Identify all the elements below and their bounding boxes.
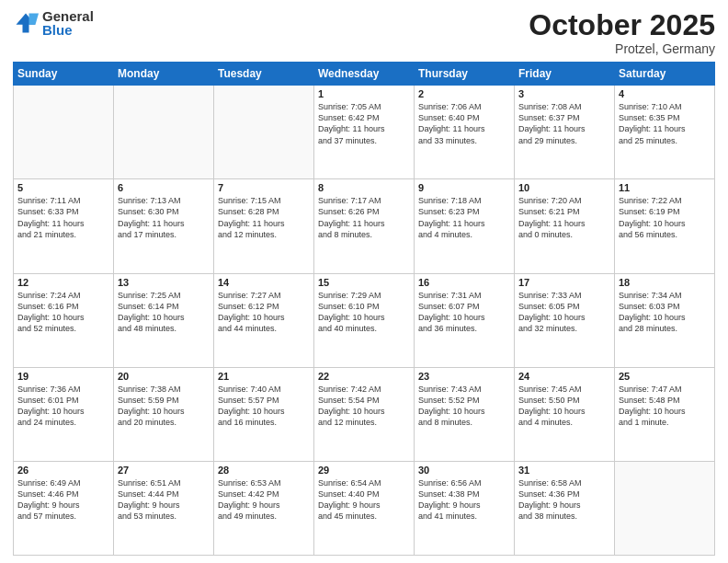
logo-blue-text: Blue [42, 23, 94, 37]
day-number: 5 [17, 182, 109, 193]
calendar-week-row: 1Sunrise: 7:05 AM Sunset: 6:42 PM Daylig… [14, 86, 715, 179]
calendar-week-row: 19Sunrise: 7:36 AM Sunset: 6:01 PM Dayli… [14, 367, 715, 461]
day-info: Sunrise: 7:33 AM Sunset: 6:05 PM Dayligh… [518, 290, 610, 335]
day-info: Sunrise: 7:17 AM Sunset: 6:26 PM Dayligh… [318, 195, 410, 240]
calendar-header-row: Sunday Monday Tuesday Wednesday Thursday… [14, 63, 715, 86]
table-row [214, 86, 314, 179]
table-row: 22Sunrise: 7:42 AM Sunset: 5:54 PM Dayli… [314, 367, 415, 461]
table-row: 8Sunrise: 7:17 AM Sunset: 6:26 PM Daylig… [314, 179, 415, 273]
table-row: 9Sunrise: 7:18 AM Sunset: 6:23 PM Daylig… [415, 179, 515, 273]
day-info: Sunrise: 7:15 AM Sunset: 6:28 PM Dayligh… [218, 195, 310, 240]
day-number: 24 [518, 371, 610, 382]
day-info: Sunrise: 7:42 AM Sunset: 5:54 PM Dayligh… [318, 384, 410, 429]
table-row: 1Sunrise: 7:05 AM Sunset: 6:42 PM Daylig… [314, 86, 415, 179]
day-number: 11 [619, 182, 711, 193]
day-info: Sunrise: 7:11 AM Sunset: 6:33 PM Dayligh… [17, 195, 109, 240]
day-number: 13 [118, 277, 210, 288]
day-info: Sunrise: 7:06 AM Sunset: 6:40 PM Dayligh… [418, 101, 510, 146]
table-row: 21Sunrise: 7:40 AM Sunset: 5:57 PM Dayli… [214, 367, 314, 461]
calendar-week-row: 5Sunrise: 7:11 AM Sunset: 6:33 PM Daylig… [14, 179, 715, 273]
table-row [615, 461, 715, 555]
day-number: 22 [318, 371, 410, 382]
table-row: 27Sunrise: 6:51 AM Sunset: 4:44 PM Dayli… [114, 461, 214, 555]
day-number: 28 [218, 465, 310, 476]
table-row: 2Sunrise: 7:06 AM Sunset: 6:40 PM Daylig… [415, 86, 515, 179]
day-number: 6 [118, 182, 210, 193]
table-row: 7Sunrise: 7:15 AM Sunset: 6:28 PM Daylig… [214, 179, 314, 273]
month-title: October 2025 [529, 9, 715, 41]
day-info: Sunrise: 7:10 AM Sunset: 6:35 PM Dayligh… [619, 101, 711, 146]
table-row: 15Sunrise: 7:29 AM Sunset: 6:10 PM Dayli… [314, 273, 415, 367]
table-row: 28Sunrise: 6:53 AM Sunset: 4:42 PM Dayli… [214, 461, 314, 555]
day-info: Sunrise: 7:38 AM Sunset: 5:59 PM Dayligh… [118, 384, 210, 429]
table-row: 20Sunrise: 7:38 AM Sunset: 5:59 PM Dayli… [114, 367, 214, 461]
col-friday: Friday [515, 63, 615, 86]
day-info: Sunrise: 7:20 AM Sunset: 6:21 PM Dayligh… [518, 195, 610, 240]
day-info: Sunrise: 6:53 AM Sunset: 4:42 PM Dayligh… [218, 477, 310, 523]
day-info: Sunrise: 7:47 AM Sunset: 5:48 PM Dayligh… [619, 384, 711, 429]
day-info: Sunrise: 6:49 AM Sunset: 4:46 PM Dayligh… [17, 477, 109, 523]
day-info: Sunrise: 7:25 AM Sunset: 6:14 PM Dayligh… [118, 290, 210, 335]
logo-general-text: General [42, 9, 94, 23]
col-tuesday: Tuesday [214, 63, 314, 86]
day-info: Sunrise: 6:51 AM Sunset: 4:44 PM Dayligh… [118, 477, 210, 523]
table-row: 29Sunrise: 6:54 AM Sunset: 4:40 PM Dayli… [314, 461, 415, 555]
day-number: 23 [418, 371, 510, 382]
day-info: Sunrise: 7:13 AM Sunset: 6:30 PM Dayligh… [118, 195, 210, 240]
table-row: 3Sunrise: 7:08 AM Sunset: 6:37 PM Daylig… [515, 86, 615, 179]
table-row: 25Sunrise: 7:47 AM Sunset: 5:48 PM Dayli… [615, 367, 715, 461]
day-number: 12 [17, 277, 109, 288]
day-number: 26 [17, 465, 109, 476]
table-row: 12Sunrise: 7:24 AM Sunset: 6:16 PM Dayli… [14, 273, 114, 367]
day-number: 7 [218, 182, 310, 193]
day-number: 8 [318, 182, 410, 193]
day-number: 16 [418, 277, 510, 288]
header: General Blue October 2025 Protzel, Germa… [13, 9, 715, 56]
col-monday: Monday [114, 63, 214, 86]
day-info: Sunrise: 7:27 AM Sunset: 6:12 PM Dayligh… [218, 290, 310, 335]
day-info: Sunrise: 7:36 AM Sunset: 6:01 PM Dayligh… [17, 384, 109, 429]
day-info: Sunrise: 7:43 AM Sunset: 5:52 PM Dayligh… [418, 384, 510, 429]
day-number: 20 [118, 371, 210, 382]
day-number: 9 [418, 182, 510, 193]
logo-text: General Blue [42, 9, 94, 37]
col-saturday: Saturday [615, 63, 715, 86]
table-row: 5Sunrise: 7:11 AM Sunset: 6:33 PM Daylig… [14, 179, 114, 273]
day-info: Sunrise: 7:22 AM Sunset: 6:19 PM Dayligh… [619, 195, 711, 240]
day-number: 21 [218, 371, 310, 382]
table-row: 11Sunrise: 7:22 AM Sunset: 6:19 PM Dayli… [615, 179, 715, 273]
svg-marker-1 [29, 14, 40, 25]
day-number: 2 [418, 88, 510, 99]
day-info: Sunrise: 7:29 AM Sunset: 6:10 PM Dayligh… [318, 290, 410, 335]
day-info: Sunrise: 6:54 AM Sunset: 4:40 PM Dayligh… [318, 477, 410, 523]
day-number: 31 [518, 465, 610, 476]
day-number: 4 [619, 88, 711, 99]
day-info: Sunrise: 7:24 AM Sunset: 6:16 PM Dayligh… [17, 290, 109, 335]
col-sunday: Sunday [14, 63, 114, 86]
col-wednesday: Wednesday [314, 63, 415, 86]
day-number: 10 [518, 182, 610, 193]
logo: General Blue [13, 9, 94, 37]
day-info: Sunrise: 7:40 AM Sunset: 5:57 PM Dayligh… [218, 384, 310, 429]
day-number: 19 [17, 371, 109, 382]
table-row: 30Sunrise: 6:56 AM Sunset: 4:38 PM Dayli… [415, 461, 515, 555]
day-number: 17 [518, 277, 610, 288]
day-number: 30 [418, 465, 510, 476]
calendar-week-row: 26Sunrise: 6:49 AM Sunset: 4:46 PM Dayli… [14, 461, 715, 555]
table-row: 19Sunrise: 7:36 AM Sunset: 6:01 PM Dayli… [14, 367, 114, 461]
calendar-table: Sunday Monday Tuesday Wednesday Thursday… [13, 62, 715, 556]
page: General Blue October 2025 Protzel, Germa… [0, 0, 728, 563]
title-block: October 2025 Protzel, Germany [529, 9, 715, 56]
table-row: 26Sunrise: 6:49 AM Sunset: 4:46 PM Dayli… [14, 461, 114, 555]
table-row: 24Sunrise: 7:45 AM Sunset: 5:50 PM Dayli… [515, 367, 615, 461]
calendar-week-row: 12Sunrise: 7:24 AM Sunset: 6:16 PM Dayli… [14, 273, 715, 367]
table-row [114, 86, 214, 179]
table-row: 6Sunrise: 7:13 AM Sunset: 6:30 PM Daylig… [114, 179, 214, 273]
table-row: 10Sunrise: 7:20 AM Sunset: 6:21 PM Dayli… [515, 179, 615, 273]
table-row: 14Sunrise: 7:27 AM Sunset: 6:12 PM Dayli… [214, 273, 314, 367]
day-number: 14 [218, 277, 310, 288]
day-number: 18 [619, 277, 711, 288]
logo-icon [13, 10, 39, 36]
day-info: Sunrise: 6:56 AM Sunset: 4:38 PM Dayligh… [418, 477, 510, 523]
location: Protzel, Germany [529, 41, 715, 56]
